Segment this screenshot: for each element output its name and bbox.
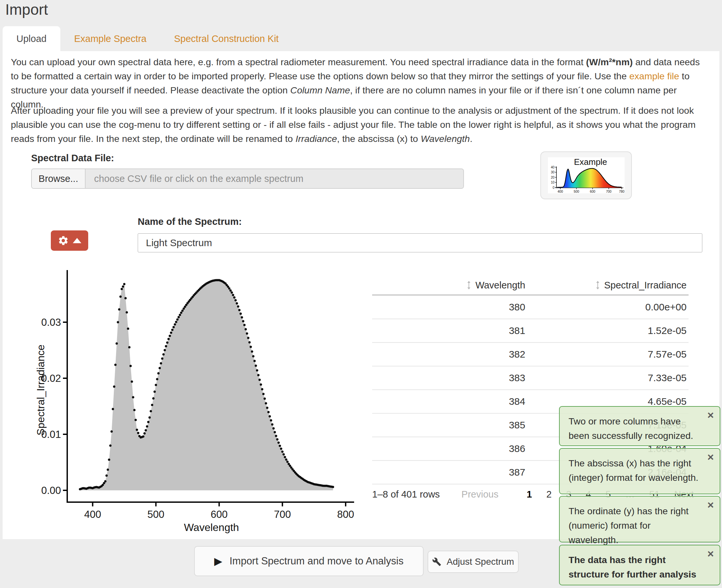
data-point [142, 435, 144, 438]
data-point [117, 321, 119, 323]
close-icon[interactable]: × [707, 499, 714, 510]
data-point [180, 311, 182, 314]
data-point [181, 309, 184, 312]
adjust-spectrum-button[interactable]: Adjust Spectrum [428, 551, 519, 573]
data-point [175, 321, 178, 323]
data-point [251, 350, 253, 353]
data-point [147, 421, 149, 423]
toast-columns-recognized: Two or more columns have been successful… [559, 406, 720, 446]
import-button-label: Import Spectrum and move to Analysis [229, 555, 404, 567]
pagination-page-2[interactable]: 2 [546, 489, 552, 500]
x-tick-label: 500 [574, 190, 579, 193]
data-point [242, 320, 244, 322]
data-point [245, 328, 247, 330]
data-point [237, 306, 239, 308]
wrench-icon [432, 557, 441, 566]
data-point [109, 444, 111, 447]
data-point [135, 419, 137, 421]
pagination-info: 1–8 of 401 rows [372, 489, 440, 500]
play-icon: ▶ [214, 555, 222, 567]
data-point [280, 448, 282, 450]
data-point [332, 486, 334, 488]
column-name-italic: Column Name [290, 85, 350, 96]
browse-button[interactable]: Browse... [32, 169, 86, 188]
import-page: Import Upload Example Spectra Spectral C… [0, 0, 722, 588]
data-point [123, 283, 126, 285]
wavelength-italic: Wavelength [421, 133, 470, 144]
data-point [279, 445, 281, 447]
close-icon[interactable]: × [707, 548, 714, 559]
data-point [164, 349, 166, 351]
data-point [161, 358, 163, 360]
intro-paragraph-1: You can upload your own spectral data he… [11, 55, 710, 111]
pagination-previous[interactable]: Previous [461, 489, 498, 500]
table-cell-wavelength: 385 [372, 420, 525, 431]
data-point [171, 329, 173, 331]
gear-button[interactable] [51, 230, 88, 251]
tab-upload[interactable]: Upload [3, 26, 60, 51]
pagination-page-1[interactable]: 1 [527, 489, 532, 500]
data-point [160, 362, 162, 364]
table-cell-irradiance: 7.33e-05 [525, 372, 686, 383]
table-cell-irradiance: 1.52e-05 [525, 325, 686, 336]
column-header-wavelength[interactable]: Wavelength [372, 280, 525, 291]
spectrum-name-input[interactable] [138, 233, 702, 252]
data-point [165, 345, 167, 348]
gear-icon [58, 235, 69, 246]
example-file-link[interactable]: example file [629, 71, 679, 81]
close-icon[interactable]: × [707, 410, 714, 421]
data-point [272, 427, 275, 429]
x-axis-title: Wavelength [184, 522, 239, 533]
toast-ordinate-format: The ordinate (y) has the right (numeric)… [559, 496, 720, 542]
data-point [255, 364, 257, 367]
x-tick-label: 400 [84, 509, 101, 520]
data-point [260, 383, 262, 386]
data-point [128, 346, 130, 349]
data-point [127, 328, 129, 330]
data-point [168, 335, 171, 337]
y-tick-label: 0 [553, 186, 554, 189]
example-title: Example [574, 157, 607, 167]
close-icon[interactable]: × [707, 451, 714, 462]
table-row: 3837.33e-05 [372, 366, 688, 390]
data-point [126, 311, 128, 313]
table-row: 3827.57e-05 [372, 343, 688, 366]
table-row: 3800.00e+00 [372, 296, 688, 319]
sort-icon [595, 281, 600, 289]
spectrum-name-label: Name of the Spectrum: [138, 216, 242, 227]
toast-text: The ordinate (y) has the right (numeric)… [569, 506, 688, 545]
data-point [265, 402, 267, 404]
data-point [262, 393, 265, 395]
import-spectrum-button[interactable]: ▶ Import Spectrum and move to Analysis [194, 546, 424, 576]
data-point [281, 451, 284, 453]
example-spectrum-card[interactable]: Example010203040400500600700780 [540, 151, 632, 199]
y-tick-label: 40 [551, 166, 554, 169]
spectral-data-file-label: Spectral Data File: [31, 153, 114, 164]
y-tick-label: 0.00 [41, 485, 61, 496]
data-point [158, 372, 160, 375]
intro-text: , the abscissa (x) to [337, 133, 421, 144]
example-spectrum-image[interactable]: Example010203040400500600700780 [548, 157, 625, 193]
data-point [247, 337, 249, 339]
table-cell-irradiance: 7.57e-05 [525, 349, 686, 360]
data-point [257, 374, 260, 376]
tab-spectral-construction-kit[interactable]: Spectral Construction Kit [160, 26, 292, 51]
data-point [234, 299, 237, 301]
data-point [174, 323, 176, 326]
y-tick-label: 0.03 [41, 317, 61, 328]
data-point [231, 291, 233, 294]
column-header-spectral-irradiance[interactable]: Spectral_Irradiance [525, 280, 686, 291]
table-cell-wavelength: 383 [372, 372, 525, 383]
data-point [276, 438, 279, 441]
file-input[interactable] [86, 169, 463, 188]
data-point [107, 469, 109, 471]
tab-example-spectra[interactable]: Example Spectra [60, 26, 160, 51]
data-point [229, 289, 232, 292]
data-point [249, 346, 252, 348]
file-upload-group[interactable]: Browse... [31, 168, 464, 189]
x-tick-label: 600 [211, 509, 228, 520]
data-point [283, 453, 285, 456]
data-point [259, 379, 261, 381]
column-header-label: Wavelength [475, 280, 525, 291]
data-point [170, 332, 172, 334]
